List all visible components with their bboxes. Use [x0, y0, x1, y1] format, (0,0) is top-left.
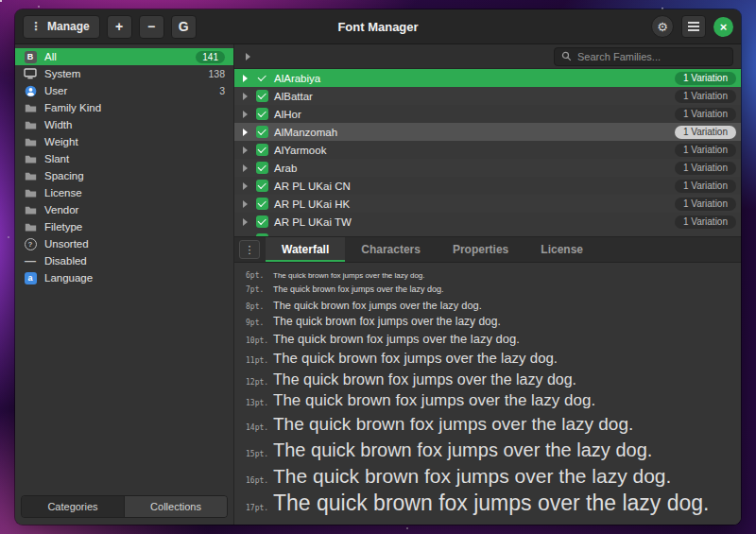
waterfall-size-label: 8pt. [246, 302, 268, 311]
font-enabled-checkbox[interactable] [256, 90, 268, 102]
sidebar-item-label: Slant [44, 153, 69, 164]
waterfall-line: 16pt. The quick brown fox jumps over the… [246, 465, 741, 487]
expander-icon[interactable] [239, 93, 250, 100]
font-family-name: AR PL UKai CN [274, 181, 351, 192]
sidebar-item-license[interactable]: License [15, 184, 233, 201]
table-row[interactable]: AlBattar 1 Variation [234, 87, 741, 105]
tab-license[interactable]: License [524, 237, 599, 262]
table-row[interactable]: AlManzomah 1 Variation [234, 123, 741, 141]
expander-icon[interactable] [239, 164, 250, 172]
waterfall-size-label: 16pt. [246, 476, 268, 485]
sidebar-mode-switch: Categories Collections [21, 495, 228, 518]
expander-icon[interactable] [239, 146, 250, 154]
waterfall-sample-text: The quick brown fox jumps over the lazy … [273, 300, 482, 311]
expander-icon[interactable] [239, 200, 250, 208]
waterfall-line: 6pt. The quick brown fox jumps over the … [246, 271, 741, 281]
manage-button[interactable]: ⋮ Manage [23, 15, 100, 39]
variation-badge: 1 Variation [675, 144, 736, 157]
waterfall-size-label: 10pt. [246, 336, 268, 345]
variation-badge: 1 Variation [675, 162, 736, 175]
headerbar-right: ⚙ × [651, 15, 733, 38]
folder-icon [24, 203, 37, 216]
variation-badge: 1 Variation [675, 198, 736, 211]
font-enabled-checkbox[interactable] [256, 180, 268, 192]
waterfall-size-label: 7pt. [246, 285, 268, 294]
tab-collections[interactable]: Collections [124, 496, 227, 517]
sidebar-item-spacing[interactable]: Spacing [15, 167, 233, 184]
waterfall-preview: 6pt. The quick brown fox jumps over the … [234, 263, 741, 525]
font-enabled-checkbox[interactable] [256, 72, 268, 84]
font-list: AlArabiya 1 Variation AlBattar 1 Variati… [234, 69, 741, 236]
search-input[interactable] [577, 51, 726, 62]
preferences-button[interactable]: ⚙ [651, 15, 674, 38]
tab-waterfall[interactable]: Waterfall [266, 237, 345, 262]
table-row[interactable]: AR PL UKai HK 1 Variation [234, 195, 741, 213]
folder-icon [24, 152, 37, 165]
table-row[interactable]: AR PL UKai CN 1 Variation [234, 177, 741, 195]
sidebar-item-label: Language [44, 272, 93, 284]
sidebar-item-label: Filetype [44, 221, 82, 233]
sidebar-item-user[interactable]: User 3 [15, 82, 233, 99]
table-row[interactable]: AlHor 1 Variation [234, 105, 741, 123]
table-row[interactable]: AR PL UKai TW 1 Variation [234, 213, 741, 231]
google-fonts-button[interactable]: G [171, 15, 197, 39]
sidebar-item-label: All [44, 51, 57, 62]
manage-button-label: Manage [47, 20, 90, 33]
sidebar-item-family-kind[interactable]: Family Kind [15, 99, 233, 116]
waterfall-sample-text: The quick brown fox jumps over the lazy … [273, 285, 444, 295]
count-label: 138 [208, 68, 225, 79]
waterfall-size-label: 9pt. [246, 319, 268, 327]
font-enabled-checkbox[interactable] [256, 108, 268, 120]
expander-icon[interactable] [239, 218, 250, 226]
tab-properties[interactable]: Properties [437, 237, 524, 262]
main-panel: AlArabiya 1 Variation AlBattar 1 Variati… [234, 44, 741, 525]
expander-icon[interactable] [239, 111, 250, 118]
font-family-name: AlArabiya [274, 73, 320, 84]
table-row[interactable]: AlArabiya 1 Variation [234, 69, 741, 87]
font-enabled-checkbox[interactable] [256, 144, 268, 156]
remove-collection-button[interactable]: − [139, 15, 164, 39]
expand-all-icon[interactable] [242, 53, 253, 60]
sidebar-item-slant[interactable]: Slant [15, 150, 233, 167]
font-enabled-checkbox[interactable] [256, 162, 268, 174]
count-badge: 141 [196, 51, 225, 63]
sidebar-item-label: Width [44, 119, 72, 130]
waterfall-line: 11pt. The quick brown fox jumps over the… [246, 351, 741, 367]
variation-badge: 1 Variation [675, 108, 736, 121]
preview-menu-button[interactable]: ⋮ [239, 240, 260, 259]
sidebar-item-weight[interactable]: Weight [15, 133, 233, 150]
expander-icon[interactable] [239, 75, 250, 82]
sidebar: B All 141 System 138 User 3 [15, 44, 234, 525]
table-row[interactable]: AlYarmook 1 Variation [234, 141, 741, 159]
waterfall-sample-text: The quick brown fox jumps over the lazy … [273, 439, 652, 460]
close-button[interactable]: × [713, 17, 733, 37]
font-enabled-checkbox[interactable] [256, 198, 268, 210]
sidebar-item-label: Vendor [44, 204, 78, 215]
sidebar-item-disabled[interactable]: — Disabled [15, 252, 233, 269]
expander-icon[interactable] [239, 129, 250, 136]
tab-characters[interactable]: Characters [345, 237, 437, 262]
expander-icon[interactable] [239, 182, 250, 190]
waterfall-line: 8pt. The quick brown fox jumps over the … [246, 300, 741, 311]
sidebar-item-unsorted[interactable]: ? Unsorted [15, 235, 233, 252]
folder-icon [24, 220, 37, 233]
sidebar-item-language[interactable]: a Language [15, 269, 233, 286]
font-enabled-checkbox[interactable] [256, 126, 268, 138]
waterfall-sample-text: The quick brown fox jumps over the lazy … [273, 351, 558, 367]
sidebar-item-system[interactable]: System 138 [15, 65, 233, 82]
font-enabled-checkbox[interactable] [256, 215, 268, 228]
sidebar-item-label: User [44, 85, 67, 96]
vertical-dots-icon: ⋮ [245, 244, 255, 256]
sidebar-item-width[interactable]: Width [15, 116, 233, 133]
sidebar-item-vendor[interactable]: Vendor [15, 201, 233, 218]
sidebar-item-filetype[interactable]: Filetype [15, 218, 233, 235]
add-collection-button[interactable]: + [107, 15, 132, 39]
sidebar-item-all[interactable]: B All 141 [15, 48, 233, 65]
sidebar-item-label: Family Kind [44, 102, 101, 113]
hamburger-icon [688, 22, 699, 24]
font-family-name: AR PL UKai TW [274, 216, 352, 228]
waterfall-line: 10pt. The quick brown fox jumps over the… [246, 333, 741, 346]
tab-categories[interactable]: Categories [22, 496, 124, 517]
table-row[interactable]: Arab 1 Variation [234, 159, 741, 177]
app-menu-button[interactable] [681, 15, 706, 38]
